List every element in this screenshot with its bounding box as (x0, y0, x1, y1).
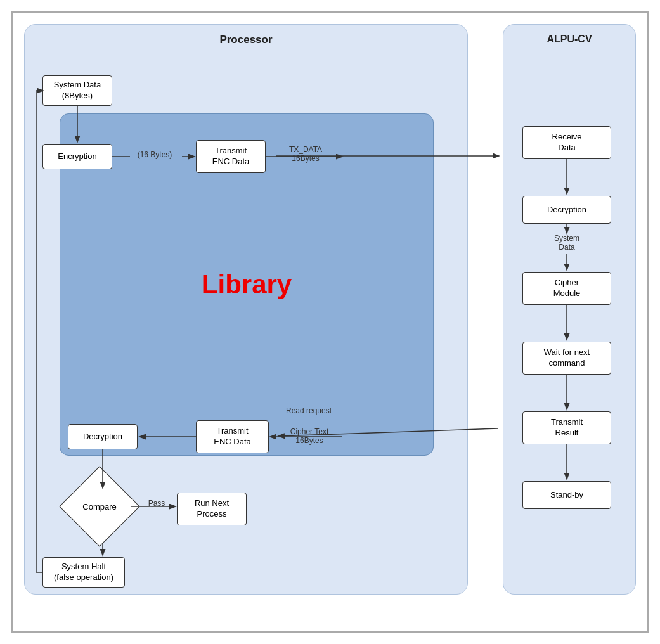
processor-title: Processor (25, 34, 467, 46)
alpu-region: ALPU-CV Receive Data Decryption System D… (503, 24, 636, 595)
processor-region: Processor Library System Data (8Bytes) E… (24, 24, 468, 595)
receive-data-box: Receive Data (522, 126, 611, 159)
transmit-enc-top-box: Transmit ENC Data (196, 140, 266, 173)
system-data-box: System Data (8Bytes) (42, 75, 112, 106)
decryption-bottom-box: Decryption (68, 424, 138, 449)
encryption-box: Encryption (42, 144, 112, 169)
run-next-box: Run Next Process (177, 493, 247, 525)
bytes16-label: (16 Bytes) (129, 150, 180, 159)
system-halt-box: System Halt (false operation) (42, 557, 125, 588)
alpu-title: ALPU-CV (503, 34, 635, 45)
read-request-label: Read request (277, 406, 340, 415)
library-label: Library (202, 269, 292, 300)
system-data-inner-label: System Data (538, 234, 595, 252)
cipher-module-box: Cipher Module (522, 272, 611, 305)
decryption-alpu-box: Decryption (522, 196, 611, 224)
diagram-container: Processor Library System Data (8Bytes) E… (11, 11, 649, 633)
transmit-enc-bottom-box: Transmit ENC Data (196, 420, 269, 453)
wait-command-box: Wait for next command (522, 342, 611, 375)
tx-data-label: TX_DATA 16Bytes (277, 145, 334, 164)
pass-label: Pass (144, 499, 169, 508)
cipher-text-label: Cipher Text 16Bytes (275, 427, 344, 446)
transmit-result-box: Transmit Result (522, 411, 611, 444)
stand-by-box: Stand-by (522, 481, 611, 509)
compare-diamond: Compare (68, 487, 131, 525)
compare-label: Compare (68, 487, 131, 525)
